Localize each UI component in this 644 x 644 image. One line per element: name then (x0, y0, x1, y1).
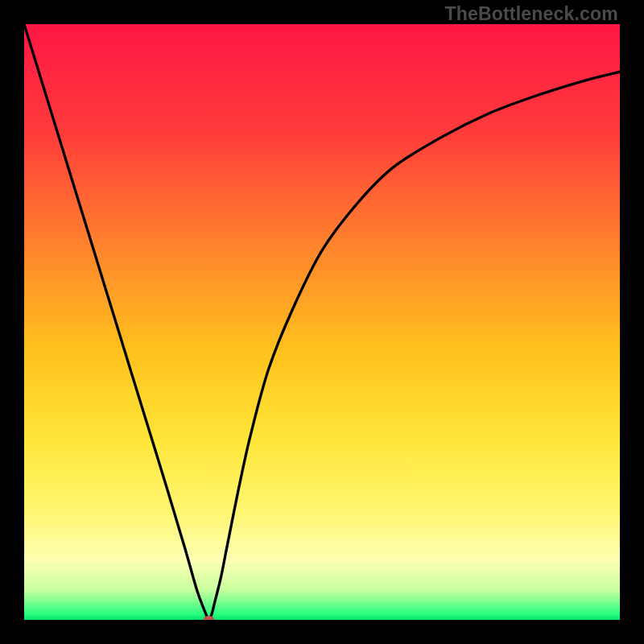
chart-frame: TheBottleneck.com (0, 0, 644, 644)
plot-area (24, 24, 620, 620)
bottleneck-curve (24, 24, 620, 620)
curve-layer (24, 24, 620, 620)
optimal-point-marker (204, 616, 214, 620)
watermark-text: TheBottleneck.com (444, 3, 618, 25)
